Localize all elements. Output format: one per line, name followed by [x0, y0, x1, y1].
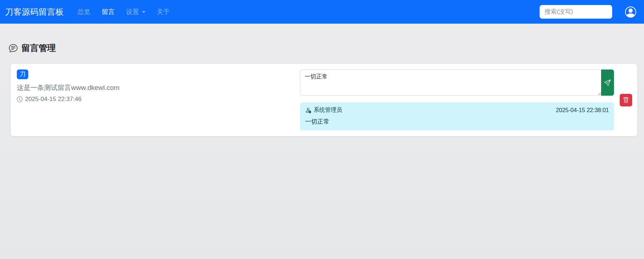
- author-badge: 刀: [17, 69, 28, 79]
- message-content: 这是一条测试留言www.dkewl.com: [17, 83, 294, 92]
- page-title-text: 留言管理: [21, 42, 56, 54]
- send-reply-button[interactable]: [601, 69, 614, 96]
- message-info: 刀 这是一条测试留言www.dkewl.com 2025-04-15 22:37…: [17, 69, 294, 103]
- main-content: 留言管理 刀 这是一条测试留言www.dkewl.com 2025-04-15 …: [0, 42, 644, 136]
- person-check-icon: [305, 107, 311, 113]
- reply-input-group: 一切正常: [300, 69, 614, 96]
- reply-author-name: 系统管理员: [314, 106, 342, 114]
- chat-text-icon: [9, 44, 18, 52]
- nav-item-overview[interactable]: 总览: [78, 5, 90, 19]
- top-navbar: 刀客源码留言板 总览 留言 设置 关于: [0, 0, 644, 24]
- paper-plane-send-icon: [604, 80, 611, 86]
- message-row: 刀 这是一条测试留言www.dkewl.com 2025-04-15 22:37…: [17, 69, 632, 130]
- delete-message-button[interactable]: [620, 94, 632, 106]
- nav-item-messages[interactable]: 留言: [102, 5, 115, 19]
- nav-item-settings-dropdown[interactable]: 设置: [126, 5, 146, 19]
- message-time-text: 2025-04-15 22:37:46: [25, 96, 82, 103]
- reply-content: 一切正常: [305, 117, 609, 126]
- chevron-down-icon: [142, 11, 146, 13]
- reply-column: 一切正常: [300, 69, 614, 130]
- page-title: 留言管理: [9, 42, 637, 54]
- reply-header: 系统管理员 2025-04-15 22:38:01: [305, 106, 609, 114]
- reply-author: 系统管理员: [305, 106, 342, 114]
- trash-icon: [623, 97, 629, 103]
- message-card: 刀 这是一条测试留言www.dkewl.com 2025-04-15 22:37…: [11, 64, 637, 136]
- admin-reply-bubble: 系统管理员 2025-04-15 22:38:01 一切正常: [300, 102, 614, 130]
- nav-item-about[interactable]: 关于: [157, 5, 170, 19]
- message-time: 2025-04-15 22:37:46: [17, 96, 294, 103]
- nav-links: 总览 留言 设置 关于: [78, 5, 181, 19]
- nav-item-settings-label: 设置: [126, 8, 139, 16]
- clock-icon: [17, 96, 23, 102]
- reply-time: 2025-04-15 22:38:01: [556, 107, 609, 114]
- reply-textarea[interactable]: 一切正常: [300, 69, 601, 96]
- search-input[interactable]: [540, 5, 612, 19]
- person-circle-icon[interactable]: [625, 6, 636, 18]
- brand-title[interactable]: 刀客源码留言板: [5, 6, 64, 18]
